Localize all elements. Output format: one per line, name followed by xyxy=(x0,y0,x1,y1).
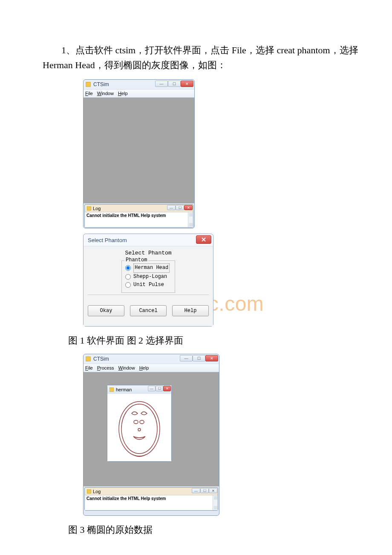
help-button[interactable]: Help xyxy=(172,305,209,316)
fieldset-legend: Phantom xyxy=(124,257,148,263)
log-icon xyxy=(86,489,92,494)
radio-unit-input[interactable] xyxy=(125,282,131,288)
maximize-button[interactable]: ☐ xyxy=(168,81,181,87)
instruction-text: 1、点击软件 ctsim，打开软件界面，点击 File，选择 creat pha… xyxy=(17,43,375,72)
caption-fig-3: 图 3 椭圆的原始数据 xyxy=(68,523,375,536)
minimize-button[interactable]: — xyxy=(180,355,193,361)
maximize-button[interactable]: ☐ xyxy=(193,355,205,361)
radio-unit-pulse[interactable]: Unit Pulse xyxy=(125,281,171,289)
svg-point-7 xyxy=(140,420,144,424)
svg-point-8 xyxy=(138,428,141,431)
menu-file[interactable]: File xyxy=(85,365,93,370)
log-scrollbar[interactable] xyxy=(213,495,218,510)
radio-herman-label: Herman Head xyxy=(133,263,170,272)
close-button[interactable]: ✕ xyxy=(181,81,193,87)
child-body xyxy=(107,394,171,461)
menu-file[interactable]: File xyxy=(85,91,93,96)
log-icon xyxy=(86,206,92,211)
svg-rect-3 xyxy=(110,388,114,392)
radio-herman-input[interactable] xyxy=(125,265,131,271)
log-titlebar: Log — ☐ ✕ xyxy=(85,205,193,212)
log-panel: Log — ☐ ✕ Cannot initialize the HTML Hel… xyxy=(84,204,193,228)
child-min-button[interactable]: — xyxy=(148,386,156,391)
app-icon xyxy=(85,81,91,87)
ctsim-main-window: CTSim — ☐ ✕ File Window Help Log — ☐ ✕ C… xyxy=(83,79,195,228)
log-title: Log xyxy=(93,206,101,211)
child-close-button[interactable]: ✕ xyxy=(163,386,171,391)
child-titlebar: herman — ☐ ✕ xyxy=(107,385,171,394)
child-title: herman xyxy=(116,387,132,392)
svg-rect-1 xyxy=(87,206,91,210)
phantom-fieldset: Phantom Herman Head Shepp-Logan Unit Pul… xyxy=(121,260,175,293)
ctsim-result-window: CTSim — ☐ ✕ File Process Window Help her… xyxy=(83,354,219,516)
select-phantom-dialog: Select Phantom Select Phantom Phantom He… xyxy=(83,234,213,327)
log-titlebar: Log — ☐ ✕ xyxy=(85,488,218,495)
menubar: File Process Window Help xyxy=(84,364,219,372)
app-title: CTSim xyxy=(93,81,109,87)
close-icon xyxy=(201,237,206,242)
svg-rect-2 xyxy=(86,357,91,361)
menu-window[interactable]: Window xyxy=(118,365,135,370)
dialog-close-button[interactable] xyxy=(196,235,211,244)
cancel-button[interactable]: Cancel xyxy=(130,305,167,316)
svg-rect-0 xyxy=(86,82,91,87)
titlebar: CTSim — ☐ ✕ xyxy=(84,354,219,364)
child-max-button[interactable]: ☐ xyxy=(156,386,163,391)
dialog-title: Select Phantom xyxy=(88,237,127,243)
menu-help[interactable]: Help xyxy=(139,365,149,370)
radio-herman-head[interactable]: Herman Head xyxy=(125,263,171,272)
log-title: Log xyxy=(93,489,101,494)
menu-process[interactable]: Process xyxy=(97,365,114,370)
radio-unit-label: Unit Pulse xyxy=(133,281,164,289)
log-body: Cannot initialize the HTML Help system xyxy=(85,495,218,510)
divider xyxy=(88,295,209,295)
close-button[interactable]: ✕ xyxy=(205,355,218,361)
radio-shepp-input[interactable] xyxy=(125,274,131,280)
caption-fig-1-2: 图 1 软件界面 图 2 选择界面 xyxy=(68,334,375,347)
child-window-herman: herman — ☐ ✕ xyxy=(107,385,172,462)
svg-point-4 xyxy=(119,402,160,456)
ok-button[interactable]: Okay xyxy=(88,305,124,316)
menubar: File Window Help xyxy=(84,89,194,98)
dialog-heading: Select Phantom xyxy=(88,250,209,256)
titlebar: CTSim — ☐ ✕ xyxy=(84,80,194,89)
menu-help[interactable]: Help xyxy=(118,91,128,96)
client-area: herman — ☐ ✕ xyxy=(84,372,219,486)
svg-point-5 xyxy=(121,404,157,454)
log-max-button[interactable]: ☐ xyxy=(200,488,209,493)
dialog-titlebar: Select Phantom xyxy=(84,234,213,246)
herman-phantom-image xyxy=(114,396,165,460)
log-max-button[interactable]: ☐ xyxy=(176,205,184,210)
log-min-button[interactable]: — xyxy=(167,205,176,210)
log-message: Cannot initialize the HTML Help system xyxy=(86,213,166,218)
log-panel: Log — ☐ ✕ Cannot initialize the HTML Hel… xyxy=(84,487,218,511)
log-body: Cannot initialize the HTML Help system xyxy=(85,212,193,227)
client-area xyxy=(84,98,194,203)
svg-point-6 xyxy=(134,420,138,424)
log-close-button[interactable]: ✕ xyxy=(209,488,217,493)
doc-icon xyxy=(109,387,114,392)
log-min-button[interactable]: — xyxy=(192,488,200,493)
app-title: CTSim xyxy=(93,356,109,362)
minimize-button[interactable]: — xyxy=(155,81,168,87)
log-scrollbar[interactable] xyxy=(188,212,193,227)
app-icon xyxy=(85,356,91,362)
log-close-button[interactable]: ✕ xyxy=(184,205,193,210)
radio-shepp-label: Shepp-Logan xyxy=(133,273,167,281)
svg-rect-9 xyxy=(87,489,91,493)
log-message: Cannot initialize the HTML Help system xyxy=(86,496,166,501)
radio-shepp-logan[interactable]: Shepp-Logan xyxy=(125,273,171,281)
menu-window[interactable]: Window xyxy=(97,91,114,96)
